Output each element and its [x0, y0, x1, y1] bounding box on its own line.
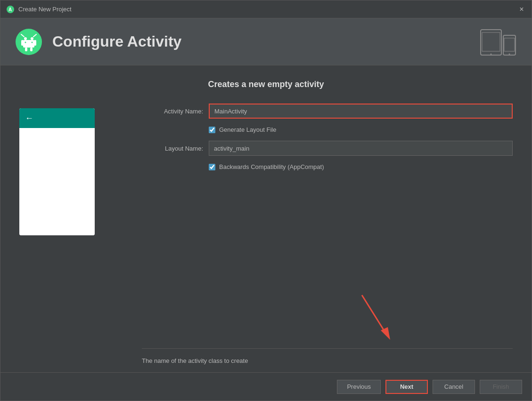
main-window: A Create New Project ×	[0, 0, 532, 401]
activity-name-input[interactable]	[209, 104, 513, 119]
svg-rect-18	[504, 38, 515, 51]
backwards-compat-checkbox[interactable]	[209, 164, 215, 170]
preview-panel: ←	[19, 104, 123, 372]
hint-text: The name of the activity class to create	[142, 357, 248, 364]
page-title: Configure Activity	[52, 33, 181, 50]
svg-point-12	[25, 41, 26, 43]
footer: Previous Next Cancel Finish	[0, 372, 532, 401]
phone-body	[19, 128, 95, 235]
svg-rect-8	[21, 40, 24, 46]
activity-name-label: Activity Name:	[142, 108, 203, 115]
hint-section: The name of the activity class to create	[142, 348, 513, 372]
svg-rect-9	[34, 40, 36, 46]
content-area: Creates a new empty activity ← Activity …	[0, 65, 532, 372]
app-icon: A	[6, 5, 15, 14]
svg-point-16	[491, 53, 492, 55]
svg-point-13	[32, 41, 33, 43]
page-subtitle: Creates a new empty activity	[19, 80, 513, 89]
svg-point-5	[31, 37, 33, 40]
svg-rect-10	[25, 48, 27, 51]
title-bar-left: A Create New Project	[6, 5, 72, 14]
next-button[interactable]: Next	[385, 380, 428, 394]
svg-point-4	[24, 37, 27, 40]
close-button[interactable]: ×	[517, 5, 526, 14]
phone-preview: ←	[19, 108, 95, 235]
cancel-button[interactable]: Cancel	[433, 380, 475, 394]
svg-rect-15	[482, 32, 500, 51]
previous-button[interactable]: Previous	[337, 380, 381, 394]
svg-text:A: A	[8, 7, 12, 12]
android-logo-icon	[15, 28, 43, 56]
generate-layout-row: Generate Layout File	[209, 126, 513, 133]
main-content: ← Activity Name: Generate Layout File	[19, 104, 513, 372]
device-icon-container	[480, 28, 517, 56]
header-left: Configure Activity	[15, 28, 181, 56]
title-bar: A Create New Project ×	[0, 0, 532, 18]
backwards-compat-row: Backwards Compatibility (AppCompat)	[209, 163, 513, 170]
svg-rect-11	[30, 48, 33, 51]
form-panel: Activity Name: Generate Layout File Layo…	[142, 104, 513, 372]
layout-name-label: Layout Name:	[142, 145, 203, 152]
generate-layout-checkbox[interactable]	[209, 127, 215, 133]
window-title: Create New Project	[18, 6, 72, 13]
back-arrow-icon: ←	[25, 113, 33, 123]
spacer	[142, 178, 513, 341]
generate-layout-label: Generate Layout File	[219, 126, 276, 133]
activity-name-row: Activity Name:	[142, 104, 513, 119]
svg-point-19	[509, 53, 510, 55]
finish-button[interactable]: Finish	[480, 380, 522, 394]
phone-toolbar: ←	[19, 108, 95, 128]
layout-name-row: Layout Name:	[142, 141, 513, 156]
backwards-compat-label: Backwards Compatibility (AppCompat)	[219, 163, 324, 170]
header-section: Configure Activity	[0, 18, 532, 65]
device-icon	[480, 28, 517, 56]
layout-name-input[interactable]	[209, 141, 513, 156]
svg-rect-3	[23, 40, 34, 48]
